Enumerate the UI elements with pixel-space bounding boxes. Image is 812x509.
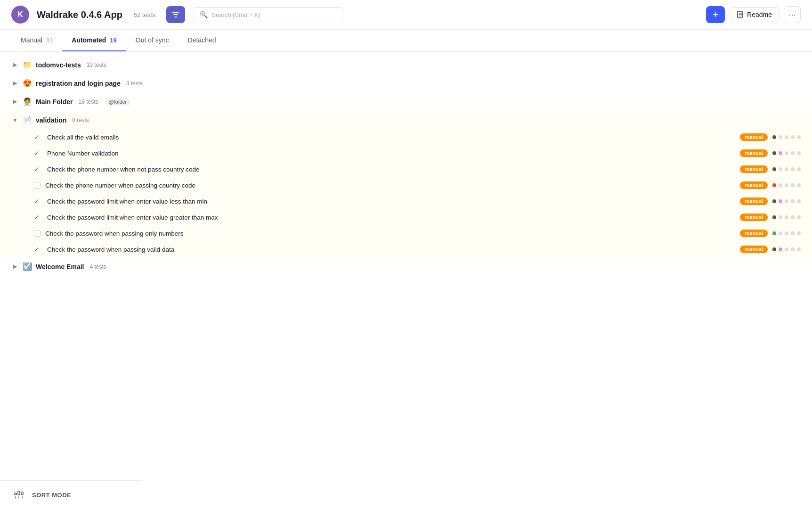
check-icon: ✓	[34, 133, 42, 141]
sort-mode-icon	[11, 487, 26, 502]
avatar: K	[11, 6, 29, 24]
folder-registration[interactable]: ▶ 😍 registration and login page 3 tests	[0, 74, 812, 92]
folder-welcome-email[interactable]: ▶ ☑️ Welcome Email 4 tests	[0, 257, 812, 276]
svg-rect-3	[21, 492, 23, 495]
status-dot	[785, 231, 788, 235]
folder-name: validation	[36, 116, 66, 124]
status-dot	[791, 215, 795, 219]
test-row[interactable]: ✓ Check the password limit when enter va…	[0, 193, 812, 209]
status-dot	[779, 167, 782, 171]
status-dot	[772, 215, 776, 219]
status-dot	[791, 199, 795, 203]
tab-out-of-sync[interactable]: Out of sync	[126, 30, 179, 51]
folder-icon: 📁	[23, 60, 32, 69]
add-test-button[interactable]: +	[706, 6, 725, 23]
test-name: Check the password limit when enter valu…	[47, 214, 733, 221]
status-dot	[772, 231, 776, 235]
filter-button[interactable]	[166, 6, 185, 23]
folder-tag: @folder	[105, 98, 131, 106]
more-options-button[interactable]: ···	[784, 6, 801, 23]
test-name: Check the password when passing valid da…	[47, 246, 733, 253]
status-dot	[791, 247, 795, 251]
status-dot	[797, 247, 801, 251]
test-row[interactable]: Check the phone number when passing coun…	[0, 177, 812, 193]
status-dot	[785, 215, 788, 219]
status-dot	[791, 183, 795, 187]
unchecked-icon	[34, 230, 41, 237]
test-row[interactable]: ✓ Check all the valid emails manual	[0, 129, 812, 145]
status-dot	[772, 199, 776, 203]
manual-badge: manual	[740, 213, 768, 221]
status-dots	[772, 231, 801, 235]
readme-button[interactable]: Readme	[730, 7, 779, 22]
sort-mode-label: SORT MODE	[32, 492, 71, 499]
folder-validation[interactable]: ▼ 📄 validation 8 tests	[0, 111, 812, 129]
chevron-right-icon: ▶	[11, 61, 19, 69]
status-dots	[772, 183, 801, 187]
check-icon: ✓	[34, 246, 42, 253]
content-area: ▶ 📁 todomvc-tests 19 tests ▶ 😍 registrat…	[0, 52, 812, 476]
app-title: Waldrake 0.4.6 App	[37, 9, 122, 20]
manual-badge: manual	[740, 149, 768, 157]
test-row[interactable]: ✓ Check the phone number when not pass c…	[0, 161, 812, 177]
folder-count: 3 tests	[126, 80, 143, 87]
app-header: K Waldrake 0.4.6 App 52 tests 🔍 Search […	[0, 0, 812, 30]
manual-badge: manual	[740, 246, 768, 253]
chevron-right-icon: ▶	[11, 263, 19, 271]
status-dot	[785, 167, 788, 171]
status-dots	[772, 167, 801, 171]
test-row[interactable]: ✓ Check the password limit when enter va…	[0, 209, 812, 225]
status-dot	[772, 135, 776, 139]
svg-rect-1	[15, 493, 16, 495]
test-name: Phone Number validation	[47, 150, 733, 157]
folder-count: 4 tests	[89, 263, 106, 270]
folder-todomvc[interactable]: ▶ 📁 todomvc-tests 19 tests	[0, 56, 812, 74]
search-box[interactable]: 🔍 Search [Cmd + K]	[193, 7, 343, 22]
folder-name: Welcome Email	[36, 263, 84, 271]
manual-badge: manual	[740, 197, 768, 205]
header-actions: + Readme ···	[706, 6, 801, 23]
test-row[interactable]: Check the password when passing only num…	[0, 225, 812, 241]
status-dot	[772, 247, 776, 251]
status-dot	[797, 215, 801, 219]
status-dot	[779, 135, 782, 139]
search-icon: 🔍	[200, 11, 208, 18]
status-dot	[785, 135, 788, 139]
status-dot	[785, 151, 788, 155]
status-dot	[785, 183, 788, 187]
check-icon: ✓	[34, 213, 42, 221]
tab-detached[interactable]: Detached	[179, 30, 226, 51]
status-dot	[797, 167, 801, 171]
folder-name: Main Folder	[36, 98, 73, 106]
tab-manual[interactable]: Manual 33	[11, 30, 62, 51]
test-row[interactable]: ✓ Check the password when passing valid …	[0, 241, 812, 257]
test-row[interactable]: ✓ Phone Number validation manual	[0, 145, 812, 161]
status-dot	[772, 151, 776, 155]
manual-badge: manual	[740, 165, 768, 173]
folder-name: registration and login page	[36, 80, 121, 87]
folder-name: todomvc-tests	[36, 61, 81, 69]
folder-icon: 😍	[23, 79, 32, 88]
search-placeholder: Search [Cmd + K]	[211, 11, 260, 18]
status-dot	[797, 151, 801, 155]
folder-main[interactable]: ▶ 🧑‍💼 Main Folder 18 tests @folder	[0, 92, 812, 111]
test-name: Check the phone number when not pass cou…	[47, 166, 733, 173]
folder-count: 18 tests	[79, 99, 98, 105]
manual-badge: manual	[740, 133, 768, 141]
status-dot	[779, 231, 782, 235]
status-dot	[772, 167, 776, 171]
test-name: Check the password limit when enter valu…	[47, 198, 733, 205]
status-dot	[779, 151, 782, 155]
status-dot	[791, 151, 795, 155]
manual-badge: manual	[740, 230, 768, 237]
folder-icon: 📄	[23, 115, 32, 124]
sort-mode-bar[interactable]: SORT MODE	[0, 480, 141, 509]
check-icon: ✓	[34, 165, 42, 173]
svg-rect-2	[18, 491, 20, 495]
folder-icon: 🧑‍💼	[23, 97, 32, 106]
check-icon: ✓	[34, 149, 42, 157]
status-dot	[797, 231, 801, 235]
status-dot	[779, 183, 782, 187]
filter-icon	[172, 11, 179, 18]
tab-automated[interactable]: Automated 19	[62, 30, 126, 51]
